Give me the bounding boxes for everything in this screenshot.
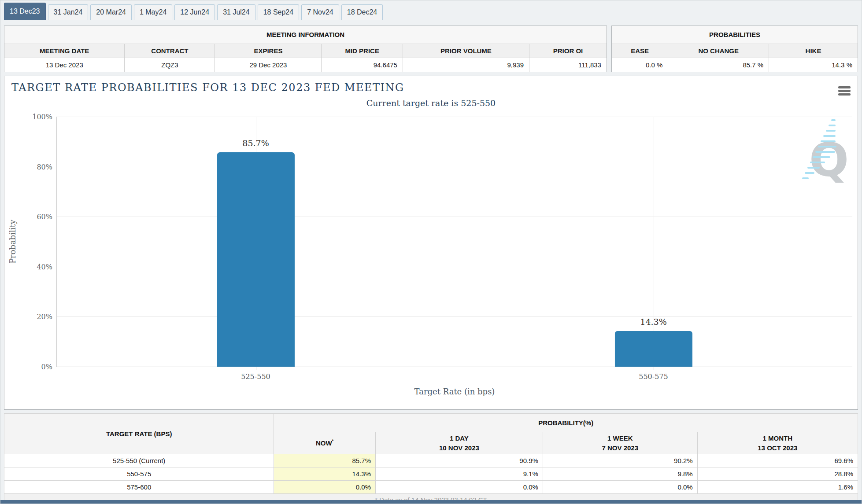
value-prior-oi: 111,833	[529, 58, 607, 72]
column-header-prior-volume: PRIOR VOLUME	[403, 44, 529, 58]
probability-cell: 0.0%	[543, 481, 697, 494]
bar-525-550[interactable]	[217, 152, 294, 367]
probabilities-panel: PROBABILITIES EASENO CHANGEHIKE 0.0 %85.…	[611, 26, 858, 72]
value-expires: 29 Dec 2023	[215, 58, 322, 72]
tab-13-dec23[interactable]: 13 Dec23	[4, 3, 46, 20]
column-header-mid-price: MID PRICE	[322, 44, 403, 58]
chart-title: TARGET RATE PROBABILITIES FOR 13 DEC 202…	[11, 81, 404, 94]
now-probability-cell: 85.7%	[274, 454, 376, 467]
probabilities-title: PROBABILITIES	[612, 26, 858, 44]
probability-cell: 28.8%	[697, 467, 858, 481]
sub-column-1-day: 1 DAY10 NOV 2023	[376, 432, 543, 454]
watermark-dash	[823, 135, 836, 137]
column-header-no-change: NO CHANGE	[668, 44, 769, 58]
watermark-dash	[802, 177, 809, 179]
chart-panel: TARGET RATE PROBABILITIES FOR 13 DEC 202…	[4, 76, 858, 410]
watermark-dash	[831, 119, 836, 121]
rate-cell: 525-550 (Current)	[4, 454, 274, 467]
value-ease: 0.0 %	[612, 58, 668, 72]
probability-cell: 1.6%	[697, 481, 858, 494]
tab-7-nov24[interactable]: 7 Nov24	[301, 4, 339, 20]
y-tick-80: 80%	[22, 162, 52, 171]
rate-cell: 575-600	[4, 481, 274, 494]
watermark-dash	[805, 172, 814, 174]
probability-cell: 9.8%	[543, 467, 697, 481]
y-tick-60: 60%	[22, 213, 52, 221]
probability-cell: 69.6%	[697, 454, 858, 467]
probabilities-columns: EASENO CHANGEHIKE	[612, 44, 858, 58]
table-row-525-550-current: 525-550 (Current)85.7%90.9%90.2%69.6%	[4, 454, 858, 467]
column-header-hike: HIKE	[769, 44, 858, 58]
probability-history-table: TARGET RATE (BPS) PROBABILITY(%) NOW*1 D…	[4, 413, 858, 504]
column-header-expires: EXPIRES	[215, 44, 322, 58]
y-tick-100: 100%	[22, 113, 52, 121]
gridline-cat-550-575	[654, 117, 654, 367]
tab-bar: 13 Dec2331 Jan2420 Mar241 May2412 Jun243…	[0, 0, 862, 20]
plot-area: Probability Target Rate (in bps) Q 0%20%…	[56, 117, 852, 367]
watermark-dash	[813, 156, 830, 158]
hamburger-menu-icon[interactable]	[838, 85, 851, 97]
probabilities-values: 0.0 %85.7 %14.3 %	[612, 58, 858, 72]
value-hike: 14.3 %	[769, 58, 858, 72]
probability-group-header: PROBABILITY(%)	[274, 414, 858, 432]
y-tick-0: 0%	[22, 363, 52, 371]
value-prior-volume: 9,939	[403, 58, 529, 72]
quikstrike-watermark-icon: Q	[794, 119, 851, 190]
probability-cell: 90.9%	[376, 454, 543, 467]
watermark-dash	[818, 146, 836, 147]
gridline-100	[57, 117, 852, 117]
sub-column-1-week: 1 WEEK7 NOV 2023	[543, 432, 697, 454]
probability-cell: 90.2%	[543, 454, 697, 467]
meeting-info-values: 13 Dec 2023ZQZ329 Dec 202394.64759,93911…	[4, 58, 607, 72]
value-meeting-date: 13 Dec 2023	[4, 58, 125, 72]
watermark-dash	[821, 140, 836, 142]
x-tickmark-550-575	[654, 367, 654, 370]
column-header-ease: EASE	[612, 44, 668, 58]
column-header-prior-oi: PRIOR OI	[529, 44, 607, 58]
info-row: MEETING INFORMATION MEETING DATECONTRACT…	[4, 26, 858, 72]
tab-1-may24[interactable]: 1 May24	[134, 4, 172, 20]
now-probability-cell: 14.3%	[274, 467, 376, 481]
tab-12-jun24[interactable]: 12 Jun24	[174, 4, 215, 20]
now-probability-cell: 0.0%	[274, 481, 376, 494]
x-tickmark-525-550	[256, 367, 256, 370]
gridline-20	[57, 316, 852, 317]
tab-20-mar24[interactable]: 20 Mar24	[90, 4, 132, 20]
fedwatch-page: 13 Dec2331 Jan2420 Mar241 May2412 Jun243…	[0, 0, 862, 504]
probability-cell: 0.0%	[376, 481, 543, 494]
meeting-info-title: MEETING INFORMATION	[4, 26, 607, 44]
tab-18-sep24[interactable]: 18 Sep24	[258, 4, 300, 20]
rate-cell: 550-575	[4, 467, 274, 481]
column-header-contract: CONTRACT	[125, 44, 215, 58]
history-table-body: 525-550 (Current)85.7%90.9%90.2%69.6%550…	[4, 454, 858, 494]
probability-cell: 9.1%	[376, 467, 543, 481]
watermark-dash	[829, 125, 836, 126]
watermark-q-letter: Q	[809, 137, 849, 184]
table-row-550-575: 550-57514.3%9.1%9.8%28.8%	[4, 467, 858, 481]
gridline-60	[57, 217, 852, 217]
bar-value-label-525-550: 85.7%	[242, 138, 269, 148]
bar-550-575[interactable]	[614, 331, 692, 367]
watermark-dash	[826, 130, 836, 132]
gridline-80	[57, 167, 852, 167]
y-axis-title: Probability	[8, 220, 17, 264]
tab-18-dec24[interactable]: 18 Dec24	[341, 4, 383, 20]
watermark-dash	[815, 151, 835, 153]
x-axis-title: Target Rate (in bps)	[57, 387, 852, 396]
tab-31-jul24[interactable]: 31 Jul24	[217, 4, 255, 20]
value-contract: ZQZ3	[125, 58, 215, 72]
tab-31-jan24[interactable]: 31 Jan24	[48, 4, 89, 20]
table-row-575-600: 575-6000.0%0.0%0.0%1.6%	[4, 481, 858, 494]
value-mid-price: 94.6475	[322, 58, 403, 72]
watermark-dash	[810, 162, 825, 163]
meeting-info-columns: MEETING DATECONTRACTEXPIRESMID PRICEPRIO…	[4, 44, 607, 58]
gridline-40	[57, 267, 852, 267]
x-tick-label-525-550: 525-550	[241, 372, 270, 381]
target-rate-bps-header: TARGET RATE (BPS)	[4, 414, 274, 454]
watermark-dash	[807, 167, 820, 169]
value-no-change: 85.7 %	[668, 58, 769, 72]
bottom-accent-bar	[0, 500, 862, 504]
y-tick-40: 40%	[22, 262, 52, 271]
x-tick-label-550-575: 550-575	[639, 372, 668, 381]
column-header-meeting-date: MEETING DATE	[4, 44, 125, 58]
